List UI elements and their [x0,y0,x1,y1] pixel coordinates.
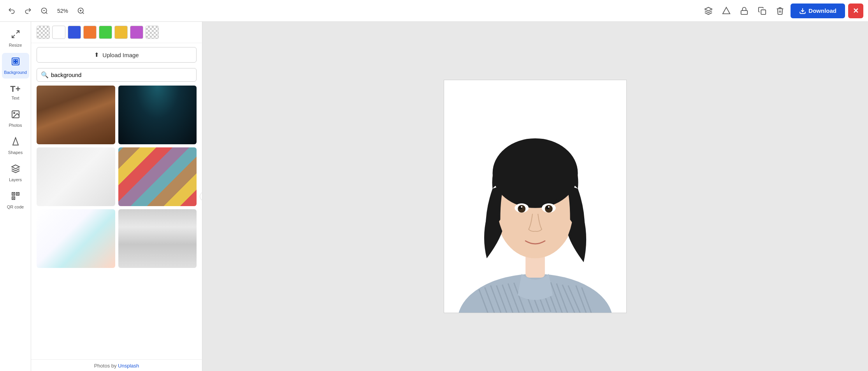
bg-image-white-texture[interactable] [37,147,115,206]
layers-toolbar-button[interactable] [701,4,716,18]
toolbar-right: Download ✕ [701,4,863,18]
shapes-icon [11,137,20,149]
svg-marker-20 [13,138,18,145]
svg-point-66 [521,206,522,208]
svg-rect-17 [16,62,18,63]
svg-rect-16 [14,62,15,63]
swatch-green[interactable] [99,26,112,39]
svg-line-11 [16,31,19,33]
main-area: Resize Background T+ Text Photos Shapes [0,22,868,371]
svg-rect-8 [741,10,748,14]
swatch-purple[interactable] [130,26,143,39]
swatch-yellow[interactable] [114,26,128,39]
svg-rect-27 [13,198,14,199]
background-icon [11,57,20,68]
photos-icon [11,110,20,121]
image-grid-wrapper [31,86,202,359]
search-wrapper: 🔍 [37,68,197,82]
image-grid [37,86,197,284]
bg-image-curtain[interactable] [118,209,197,268]
lock-toolbar-button[interactable] [737,4,752,18]
zoom-level-display: 52% [54,8,72,14]
top-toolbar: 52% Download ✕ [0,0,868,22]
bg-image-watercolor[interactable] [37,209,115,268]
bg-image-colorful-wood[interactable] [118,147,197,206]
swatch-checkered2[interactable] [146,26,159,39]
canvas-portrait [444,80,626,313]
sidebar-item-background[interactable]: Background [2,53,29,79]
swatch-transparent[interactable] [37,26,50,39]
sidebar-item-photos[interactable]: Photos [2,106,29,131]
bg-image-dark-blue[interactable] [118,86,197,144]
upload-icon: ⬆ [94,51,99,58]
zoom-out-button[interactable] [37,5,51,17]
sidebar-item-label-resize: Resize [9,43,22,47]
svg-line-4 [83,12,84,14]
portrait-image [444,80,626,313]
svg-point-67 [548,206,550,208]
sidebar-item-label-text: Text [11,96,19,100]
sidebar-item-resize[interactable]: Resize [2,26,29,51]
svg-rect-26 [17,193,18,194]
bg-image-wood[interactable] [37,86,115,144]
svg-point-19 [14,112,15,114]
download-button[interactable]: Download [791,4,845,18]
panel: ⬆ Upload Image 🔍 Photos by Unsplash ‹ [31,22,202,371]
svg-rect-14 [14,60,15,61]
sidebar-item-label-background: Background [4,70,27,75]
layers-icon [11,164,20,176]
sidebar-item-layers[interactable]: Layers [2,160,29,186]
photos-credit: Photos by Unsplash [31,359,202,371]
sidebar-item-label-qrcode: QR code [7,205,24,209]
search-input[interactable] [51,68,192,81]
text-icon: T+ [10,84,20,94]
canvas-frame [444,80,627,313]
photos-credit-prefix: Photos by [94,363,118,369]
unsplash-link[interactable]: Unsplash [118,363,139,369]
svg-marker-7 [705,7,712,10]
download-label: Download [808,7,836,14]
upload-image-button[interactable]: ⬆ Upload Image [37,47,197,63]
sidebar-item-label-shapes: Shapes [8,150,23,155]
svg-line-12 [12,35,15,38]
sidebar-item-qrcode[interactable]: QR code [2,187,29,213]
search-icon: 🔍 [41,71,49,79]
toolbar-left: 52% [5,5,88,17]
close-icon: ✕ [853,7,859,15]
svg-rect-15 [16,60,18,61]
svg-rect-9 [761,10,766,14]
resize-icon [11,30,20,41]
duplicate-toolbar-button[interactable] [755,4,770,18]
shape-toolbar-button[interactable] [719,4,734,18]
zoom-in-button[interactable] [74,5,88,17]
delete-toolbar-button[interactable] [773,4,787,18]
sidebar-item-shapes[interactable]: Shapes [2,133,29,159]
svg-line-1 [46,12,47,14]
undo-button[interactable] [5,5,19,17]
swatch-orange[interactable] [83,26,97,39]
left-sidebar: Resize Background T+ Text Photos Shapes [0,22,31,371]
sidebar-item-label-photos: Photos [9,123,22,128]
svg-rect-25 [13,193,14,194]
upload-button-label: Upload Image [102,52,139,58]
qrcode-icon [11,191,20,203]
swatch-blue[interactable] [68,26,81,39]
swatch-white[interactable] [52,26,65,39]
svg-marker-21 [12,165,19,169]
sidebar-item-text[interactable]: T+ Text [2,80,29,104]
color-swatches-row [31,22,202,43]
sidebar-item-label-layers: Layers [9,177,22,182]
close-button[interactable]: ✕ [848,4,863,18]
canvas-area [202,22,868,371]
redo-button[interactable] [21,5,35,17]
